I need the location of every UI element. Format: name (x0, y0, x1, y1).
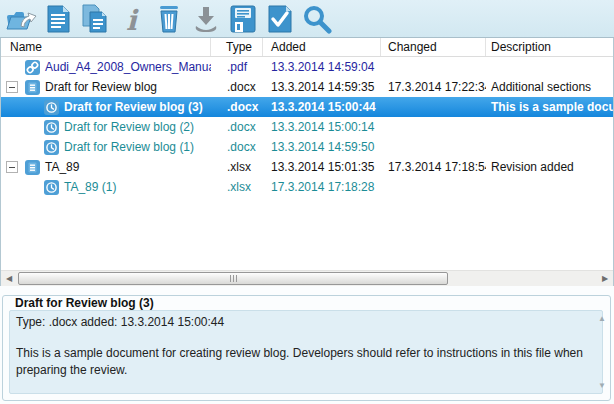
document-name: TA_89 (1) (64, 180, 116, 194)
new-document-icon (45, 4, 71, 34)
search-icon (302, 4, 332, 34)
details-meta: Type: .docx added: 13.3.2014 15:00:44 (16, 314, 584, 331)
open-document-button[interactable] (2, 2, 39, 36)
clock-icon (44, 140, 59, 155)
document-name: Audi_A4_2008_Owners_Manual (45, 60, 211, 74)
horizontal-scrollbar[interactable]: ◀ ▶ (1, 270, 613, 286)
details-scroll-down-icon[interactable]: ▼ (598, 381, 606, 390)
delete-icon (156, 4, 182, 34)
document-name: TA_89 (45, 160, 79, 174)
document-added: 13.3.2014 15:00:44 (263, 100, 381, 114)
table-body: Audi_A4_2008_Owners_Manual .pdf 13.3.201… (1, 57, 613, 197)
delete-button[interactable] (150, 2, 187, 36)
column-header-changed[interactable]: Changed (381, 38, 486, 56)
document-added: 13.3.2014 15:01:35 (263, 160, 381, 174)
search-button[interactable] (298, 2, 335, 36)
document-manager-window: i Name Type Added Changed Description Au… (0, 0, 614, 404)
details-panel: Draft for Review blog (3) Type: .docx ad… (0, 286, 614, 404)
scrollbar-grip-icon (230, 275, 237, 282)
scroll-left-icon[interactable]: ◀ (1, 271, 17, 287)
document-description: Additional sections (486, 80, 613, 94)
table-row[interactable]: TA_89 .xlsx 13.3.2014 15:01:35 17.3.2014… (1, 157, 613, 177)
clock-icon (44, 100, 59, 115)
table-row[interactable]: TA_89 (1) .xlsx 17.3.2014 17:18:28 (1, 177, 613, 197)
document-name: Draft for Review blog (3) (64, 100, 203, 114)
table-row[interactable]: Draft for Review blog (1) .docx 13.3.201… (1, 137, 613, 157)
document-description: Revision added (486, 160, 613, 174)
new-document-button[interactable] (39, 2, 76, 36)
details-title: Draft for Review blog (3) (11, 296, 158, 310)
document-added: 13.3.2014 15:00:14 (263, 120, 381, 134)
document-name: Draft for Review blog (2) (64, 120, 194, 134)
document-table: Name Type Added Changed Description Audi… (0, 38, 614, 286)
document-icon (25, 80, 40, 95)
document-added: 13.3.2014 14:59:35 (263, 80, 381, 94)
details-scroll-up-icon[interactable]: ▲ (598, 314, 606, 323)
column-header-description[interactable]: Description (486, 38, 613, 56)
approve-document-button[interactable] (261, 2, 298, 36)
document-changed: 17.3.2014 17:18:54 (381, 160, 486, 174)
scrollbar-track[interactable] (17, 271, 597, 287)
copy-document-icon (80, 4, 110, 34)
document-icon (25, 160, 40, 175)
document-description: This is a sample docu (486, 100, 613, 114)
info-button[interactable]: i (113, 2, 150, 36)
toolbar: i (0, 0, 614, 38)
expander-minus-icon[interactable] (6, 81, 18, 93)
details-description: This is a sample document for creating r… (16, 345, 584, 379)
table-row[interactable]: Audi_A4_2008_Owners_Manual .pdf 13.3.201… (1, 57, 613, 77)
info-icon: i (124, 4, 140, 34)
save-icon (229, 4, 257, 34)
document-name: Draft for Review blog (1) (64, 140, 194, 154)
document-added: 13.3.2014 14:59:50 (263, 140, 381, 154)
column-header-name[interactable]: Name (1, 38, 211, 56)
document-type: .docx (211, 120, 263, 134)
table-row[interactable]: Draft for Review blog (3) .docx 13.3.201… (1, 97, 613, 117)
table-header: Name Type Added Changed Description (1, 38, 613, 57)
scrollbar-thumb[interactable] (18, 272, 448, 285)
details-groupbox: Draft for Review blog (3) Type: .docx ad… (2, 295, 611, 401)
clock-icon (44, 120, 59, 135)
check-in-button[interactable] (187, 2, 224, 36)
svg-text:i: i (126, 4, 139, 34)
save-button[interactable] (224, 2, 261, 36)
document-type: .pdf (211, 60, 263, 74)
link-icon (25, 60, 40, 75)
document-type: .xlsx (211, 160, 263, 174)
document-type: .docx (211, 80, 263, 94)
document-changed: 17.3.2014 17:22:34 (381, 80, 486, 94)
clock-icon (44, 180, 59, 195)
document-type: .xlsx (211, 180, 263, 194)
document-type: .docx (211, 100, 263, 114)
scroll-right-icon[interactable]: ▶ (597, 271, 613, 287)
copy-document-button[interactable] (76, 2, 113, 36)
check-in-icon (191, 4, 221, 34)
table-row[interactable]: Draft for Review blog .docx 13.3.2014 14… (1, 77, 613, 97)
document-name: Draft for Review blog (45, 80, 157, 94)
open-document-icon (5, 4, 37, 34)
column-header-added[interactable]: Added (263, 38, 381, 56)
document-added: 17.3.2014 17:18:28 (263, 180, 381, 194)
document-added: 13.3.2014 14:59:04 (263, 60, 381, 74)
table-row[interactable]: Draft for Review blog (2) .docx 13.3.201… (1, 117, 613, 137)
expander-minus-icon[interactable] (6, 161, 18, 173)
details-text[interactable]: Type: .docx added: 13.3.2014 15:00:44 Th… (9, 310, 603, 394)
document-type: .docx (211, 140, 263, 154)
approve-document-icon (267, 4, 293, 34)
column-header-type[interactable]: Type (211, 38, 263, 56)
